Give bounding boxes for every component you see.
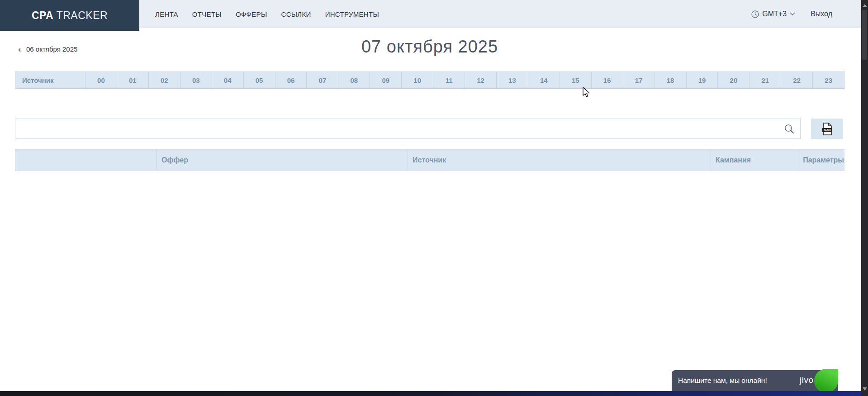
hour-column-header: 08 (338, 72, 370, 88)
hour-column-header: 16 (591, 72, 623, 88)
app-logo[interactable]: CPA TRACKER (0, 0, 139, 31)
logo-rest-text: TRACKER (53, 10, 108, 22)
hour-column-header: 03 (180, 72, 212, 88)
search-input-wrap (15, 119, 801, 139)
page-title: 07 октября 2025 (0, 37, 859, 57)
hour-column-header: 20 (717, 72, 749, 88)
footer-edge (0, 391, 861, 396)
logout-link[interactable]: Выход (811, 10, 832, 18)
hour-column-header: 09 (370, 72, 401, 88)
hours-source-column-header: Источник (15, 72, 85, 88)
xlsx-file-icon: XLSX (822, 123, 833, 135)
page-header: ‹ 06 октября 2025 07 октября 2025 (0, 28, 861, 72)
hour-column-header: 22 (781, 72, 812, 88)
hour-column-header: 11 (433, 72, 465, 88)
navbar-right-group: GMT+3 Выход (751, 0, 832, 28)
hour-column-header: 15 (560, 72, 591, 88)
search-icon[interactable] (784, 124, 794, 134)
hour-column-header: 17 (623, 72, 655, 88)
hour-column-header: 12 (465, 72, 496, 88)
hour-column-header: 10 (401, 72, 433, 88)
data-table-header-row: ОфферИсточникКампанияПараметры (15, 149, 844, 171)
export-xlsx-button[interactable]: XLSX (811, 119, 843, 139)
search-toolbar: XLSX (15, 119, 844, 139)
menu-item[interactable]: ОТЧЕТЫ (192, 10, 222, 18)
hour-column-header: 07 (306, 72, 338, 88)
hour-column-header: 00 (85, 72, 117, 88)
main-menu: ЛЕНТАОТЧЕТЫОФФЕРЫССЫЛКИИНСТРУМЕНТЫ (155, 0, 379, 28)
hour-column-header: 04 (212, 72, 243, 88)
hour-column-header: 13 (496, 72, 528, 88)
hour-column-header: 18 (655, 72, 686, 88)
menu-item[interactable]: ССЫЛКИ (281, 10, 311, 18)
column-header (15, 150, 157, 171)
hour-column-header: 05 (243, 72, 275, 88)
chat-message: Напишите нам, мы онлайн! (678, 370, 767, 391)
logo-bold-text: CPA (32, 10, 53, 22)
hour-column-header: 19 (686, 72, 718, 88)
scrollbar-thumb[interactable] (862, 10, 867, 60)
timezone-selector[interactable]: GMT+3 (751, 10, 795, 18)
jivo-brand-label: jivo (800, 375, 814, 385)
hours-header-row: Источник 0001020304050607080910111213141… (15, 72, 844, 89)
hour-column-header: 14 (528, 72, 560, 88)
xlsx-label: XLSX (823, 128, 831, 131)
scrollbar-up-arrow[interactable] (861, 2, 868, 9)
hour-column-header: 23 (812, 72, 844, 88)
timezone-label: GMT+3 (762, 10, 787, 18)
chat-widget[interactable]: Напишите нам, мы онлайн! jivo (672, 370, 838, 391)
menu-item[interactable]: ОФФЕРЫ (236, 10, 267, 18)
column-header: Оффер (157, 150, 408, 171)
column-header: Источник (408, 150, 711, 171)
hour-column-header: 21 (749, 72, 781, 88)
search-input[interactable] (15, 119, 800, 138)
hour-column-header: 02 (148, 72, 180, 88)
column-header: Параметры (798, 150, 844, 171)
hour-column-header: 01 (117, 72, 148, 88)
column-header: Кампания (711, 150, 798, 171)
clock-icon (751, 10, 759, 18)
chevron-down-icon (790, 12, 795, 16)
vertical-scrollbar[interactable] (861, 0, 868, 396)
top-navbar: CPA TRACKER ЛЕНТАОТЧЕТЫОФФЕРЫССЫЛКИИНСТР… (0, 0, 861, 28)
hour-column-header: 06 (275, 72, 307, 88)
jivo-leaf-icon[interactable] (814, 369, 838, 393)
menu-item[interactable]: ЛЕНТА (155, 10, 178, 18)
hour-columns: 0001020304050607080910111213141516171819… (85, 72, 844, 88)
scrollbar-down-arrow[interactable] (861, 385, 868, 392)
menu-item[interactable]: ИНСТРУМЕНТЫ (325, 10, 379, 18)
